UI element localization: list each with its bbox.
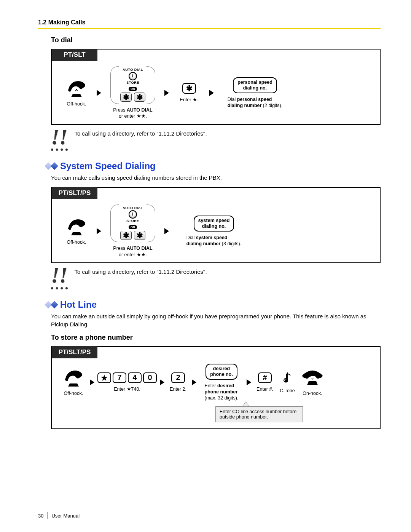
breadcrumb: 1.2 Making Calls — [38, 19, 381, 26]
enter-740-caption: Enter ★740. — [114, 386, 140, 392]
enter-2-caption: Enter 2. — [170, 386, 186, 392]
section-title: System Speed Dialing — [60, 161, 156, 171]
arrow-icon — [164, 228, 169, 234]
ctone-icon — [282, 371, 292, 385]
autodial-button-icon — [129, 210, 137, 219]
arrow-icon — [192, 379, 196, 385]
section-desc: You can make an outside call simply by g… — [51, 312, 381, 328]
note-text: To call using a directory, refer to "1.1… — [75, 267, 207, 275]
arrow-icon — [164, 90, 169, 96]
desired-info-box: desiredphone no. — [206, 364, 237, 380]
callout-box: Enter CO line access number before outsi… — [215, 406, 303, 422]
offhook-icon — [64, 217, 89, 236]
footer-label: User Manual — [51, 513, 80, 519]
offhook-icon — [64, 79, 89, 98]
ctone-label: C.Tone — [280, 388, 295, 394]
offhook-caption: Off-hook. — [67, 101, 86, 107]
onhook-icon — [300, 368, 325, 387]
section-title: Hot Line — [60, 299, 97, 310]
enter-hash-caption: Enter #. — [256, 386, 273, 392]
dial-info-box: system speeddialing no. — [194, 216, 234, 232]
diamond-icon — [46, 302, 57, 307]
exclaim-icon: !! — [51, 129, 68, 151]
exclaim-icon: !! — [51, 267, 68, 289]
or-pill: OR — [129, 87, 137, 91]
autodial-button-icon — [129, 72, 137, 80]
key-7: 7 — [113, 372, 126, 383]
section-desc: You can make calls using speed dialing n… — [51, 174, 381, 182]
footer: 30 User Manual — [38, 512, 80, 519]
arrow-icon — [209, 90, 214, 96]
key-star: ★ — [97, 372, 111, 383]
hotline-subhead: To store a phone number — [51, 334, 381, 342]
or-pill: OR — [129, 225, 137, 229]
note-text: To call using a directory, refer to "1.1… — [75, 129, 207, 137]
svg-point-0 — [285, 379, 288, 382]
star-key-icon: ✱ — [120, 93, 132, 102]
enter-star-caption: Enter ★. — [180, 97, 199, 103]
onhook-caption: On-hook. — [303, 390, 322, 396]
offhook-caption: Off-hook. — [67, 239, 86, 245]
offhook-caption: Off-hook. — [64, 390, 83, 396]
panel-tab: PT/SLT/PS — [52, 187, 97, 199]
page-number: 30 — [38, 513, 43, 519]
star-key-icon: ✱ — [134, 93, 145, 102]
arrow-icon — [247, 379, 251, 385]
sys-speed-panel: PT/SLT/PS Off-hook. AUTO DIAL ST — [51, 187, 381, 263]
arrow-icon — [97, 90, 101, 96]
enter-desired-caption: Enter desired phone number (max. 32 digi… — [205, 383, 239, 401]
panel-tab: PT/SLT/PS — [52, 346, 97, 358]
autodial-group: AUTO DIAL STORE OR ✱ ✱ — [110, 204, 155, 242]
star-key-icon: ✱ — [120, 231, 132, 240]
arrow-icon — [97, 228, 101, 234]
hotline-panel: PT/SLT/PS Off-hook. ★ 7 4 — [51, 346, 381, 430]
callout-pointer — [242, 401, 250, 407]
arrow-icon — [160, 379, 164, 385]
star-key-icon: ✱ — [134, 231, 145, 240]
page: 1.2 Making Calls To dial PT/SLT Off-hook… — [0, 0, 411, 532]
to-dial-heading: To dial — [51, 36, 381, 44]
star-key-icon: ✱ — [182, 83, 196, 94]
divider — [38, 28, 381, 29]
key-0: 0 — [143, 372, 157, 383]
key-hash: # — [258, 372, 272, 383]
offhook-icon — [61, 368, 86, 387]
autodial-caption: Press AUTO DIAL or enter ★★. — [113, 245, 152, 258]
diamond-icon — [46, 163, 57, 169]
key-4: 4 — [128, 372, 142, 383]
to-dial-panel: PT/SLT Off-hook. AUTO DIAL — [51, 49, 381, 125]
autodial-caption: Press AUTO DIAL or enter ★★. — [113, 107, 152, 120]
arrow-icon — [90, 379, 94, 385]
panel-tab: PT/SLT — [52, 49, 97, 61]
dial-info-box: personal speeddialing no. — [233, 77, 277, 93]
dial-caption: Dial personal speed dialing number (2 di… — [228, 96, 282, 109]
autodial-group: AUTO DIAL STORE OR ✱ ✱ — [110, 66, 155, 104]
key-2: 2 — [171, 372, 185, 383]
dial-caption: Dial system speed dialing number (3 digi… — [186, 235, 241, 247]
